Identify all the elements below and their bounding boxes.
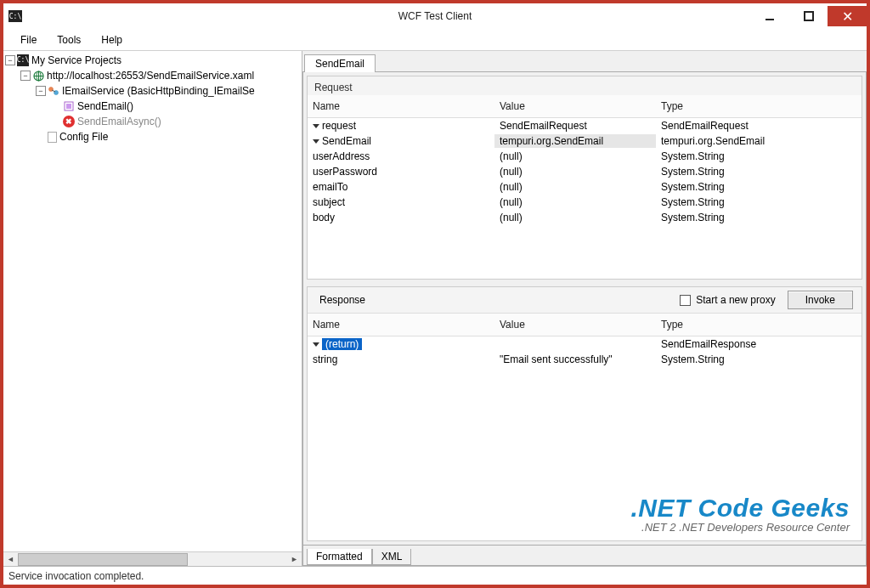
expand-icon[interactable]: [313, 139, 319, 144]
tree-config[interactable]: Config File: [5, 129, 300, 144]
response-grid[interactable]: (return)SendEmailResponsestring"Email se…: [308, 336, 862, 540]
menu-file[interactable]: File: [12, 31, 45, 49]
detail-pane: SendEmail Request Name Value Type reques…: [302, 51, 867, 566]
grid-row[interactable]: body(null)System.String: [308, 210, 862, 225]
tree-collapse-icon[interactable]: −: [5, 55, 15, 65]
maximize-button[interactable]: [788, 6, 828, 26]
grid-row[interactable]: subject(null)System.String: [308, 195, 862, 210]
svg-rect-1: [805, 12, 813, 20]
grid-row[interactable]: emailTo(null)System.String: [308, 179, 862, 195]
col-name[interactable]: Name: [308, 99, 494, 114]
tree-hscrollbar[interactable]: ◄ ►: [3, 551, 302, 566]
tab-xml[interactable]: XML: [372, 549, 412, 565]
content-area: − C:\ My Service Projects − http://local…: [3, 51, 867, 566]
cell-type: System.String: [656, 211, 862, 224]
cell-value[interactable]: SendEmailRequest: [494, 119, 656, 133]
tree-service-url[interactable]: − http://localhost:26553/SendEmailServic…: [5, 68, 300, 83]
row-name: userAddress: [313, 150, 370, 162]
grid-row[interactable]: SendEmailtempuri.org.SendEmailtempuri.or…: [308, 133, 862, 149]
cell-type: System.String: [656, 180, 862, 194]
grid-row[interactable]: (return)SendEmailResponse: [308, 336, 862, 352]
status-text: Service invocation completed.: [8, 570, 144, 582]
row-name: subject: [313, 196, 345, 208]
cell-name: body: [308, 211, 494, 224]
col-type[interactable]: Type: [656, 99, 862, 114]
tree-root[interactable]: − C:\ My Service Projects: [5, 53, 300, 68]
row-name: body: [313, 212, 335, 223]
minimize-button[interactable]: [749, 6, 788, 26]
tree-root-label: My Service Projects: [31, 53, 121, 68]
close-button[interactable]: ✕: [828, 6, 867, 26]
service-icon: [48, 85, 59, 97]
row-name: (return): [322, 338, 362, 350]
cell-value[interactable]: "Email sent successfully": [494, 353, 656, 366]
tree-service[interactable]: − IEmailService (BasicHttpBinding_IEmail…: [5, 83, 300, 99]
scroll-thumb[interactable]: [18, 553, 188, 566]
cell-value[interactable]: (null): [494, 165, 656, 178]
response-title: Response: [316, 294, 365, 306]
scroll-right-icon[interactable]: ►: [287, 552, 302, 567]
tree-collapse-icon[interactable]: −: [20, 71, 31, 81]
cell-value[interactable]: (null): [494, 150, 656, 163]
row-name: request: [322, 120, 356, 132]
col-type[interactable]: Type: [656, 317, 862, 332]
window-controls: ✕: [749, 6, 867, 26]
grid-row[interactable]: requestSendEmailRequestSendEmailRequest: [308, 118, 862, 133]
cell-value[interactable]: (null): [494, 211, 656, 224]
grid-row[interactable]: userAddress(null)System.String: [308, 149, 862, 164]
menu-help[interactable]: Help: [93, 31, 131, 49]
tree-url-label: http://localhost:26553/SendEmailService.…: [47, 68, 254, 83]
cell-type: System.String: [656, 150, 862, 163]
statusbar: Service invocation completed.: [3, 566, 867, 585]
scroll-left-icon[interactable]: ◄: [3, 552, 18, 567]
tree-method2-label: SendEmailAsync(): [77, 114, 161, 129]
cell-value[interactable]: (null): [494, 180, 656, 194]
cell-name: request: [308, 119, 494, 133]
tab-sendemail[interactable]: SendEmail: [304, 54, 376, 72]
service-tree[interactable]: − C:\ My Service Projects − http://local…: [3, 51, 302, 551]
cell-type: System.String: [656, 165, 862, 178]
view-tabs: Formatted XML: [303, 545, 866, 565]
cell-type: SendEmailRequest: [656, 119, 862, 133]
col-value[interactable]: Value: [494, 99, 656, 114]
expand-icon[interactable]: [313, 124, 319, 128]
titlebar: C:\ WCF Test Client ✕: [3, 3, 867, 29]
row-name: emailTo: [313, 181, 347, 193]
invoke-button[interactable]: Invoke: [788, 291, 853, 309]
grid-row[interactable]: userPassword(null)System.String: [308, 164, 862, 179]
row-name: userPassword: [313, 166, 377, 178]
tree-collapse-icon[interactable]: −: [36, 86, 46, 96]
globe-icon: [32, 70, 44, 82]
svg-rect-8: [66, 104, 71, 109]
cell-value[interactable]: tempuri.org.SendEmail: [494, 134, 656, 148]
response-grid-header: Name Value Type: [308, 314, 862, 336]
cell-name: string: [308, 353, 494, 366]
cell-name: userPassword: [308, 165, 494, 178]
svg-rect-0: [765, 19, 774, 20]
checkbox-icon: [680, 295, 691, 306]
cell-value[interactable]: [494, 337, 656, 351]
file-icon: [48, 132, 57, 143]
col-name[interactable]: Name: [308, 317, 494, 332]
start-proxy-checkbox[interactable]: Start a new proxy: [680, 294, 775, 306]
request-title: Request: [308, 76, 862, 95]
cell-type: SendEmailResponse: [656, 337, 862, 351]
expand-icon[interactable]: [313, 342, 319, 347]
method-icon: [63, 100, 75, 112]
cell-name: emailTo: [308, 180, 494, 194]
tree-method1-label: SendEmail(): [77, 99, 133, 114]
cell-value[interactable]: (null): [494, 195, 656, 209]
request-grid[interactable]: requestSendEmailRequestSendEmailRequestS…: [308, 118, 862, 279]
cell-name: userAddress: [308, 150, 494, 163]
cell-type: System.String: [656, 353, 862, 366]
grid-row[interactable]: string"Email sent successfully"System.St…: [308, 352, 862, 367]
tree-config-label: Config File: [59, 129, 108, 144]
tree-method-sendemailasync[interactable]: ✖ SendEmailAsync(): [5, 114, 300, 129]
col-value[interactable]: Value: [494, 317, 656, 332]
menu-tools[interactable]: Tools: [48, 31, 89, 49]
tab-formatted[interactable]: Formatted: [307, 549, 372, 565]
cell-name: (return): [308, 337, 494, 351]
row-name: SendEmail: [322, 135, 371, 147]
tree-method-sendemail[interactable]: SendEmail(): [5, 99, 300, 114]
response-section: Response Start a new proxy Invoke Name V…: [307, 286, 862, 541]
